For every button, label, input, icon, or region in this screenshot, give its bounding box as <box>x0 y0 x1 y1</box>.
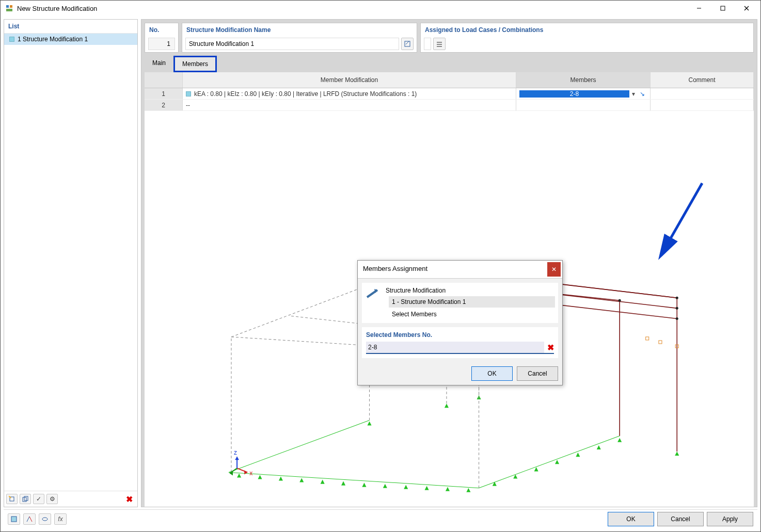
dialog-ok-button[interactable]: OK <box>471 366 513 381</box>
svg-marker-29 <box>466 488 470 492</box>
row-comment[interactable] <box>651 88 754 99</box>
cancel-button[interactable]: Cancel <box>657 512 704 526</box>
tree-item[interactable]: 1 - Structure Modification 1 <box>389 296 555 308</box>
svg-line-15 <box>229 472 479 488</box>
svg-marker-26 <box>404 485 408 489</box>
list-item[interactable]: 1 Structure Modification 1 <box>4 34 137 45</box>
svg-marker-38 <box>445 404 449 408</box>
copy-icon[interactable] <box>20 494 31 504</box>
svg-point-66 <box>676 307 678 310</box>
grid-header-modification: Member Modification <box>183 72 516 88</box>
svg-marker-40 <box>675 452 679 456</box>
svg-marker-34 <box>576 453 580 457</box>
row-num: 1 <box>145 88 183 99</box>
row-members-cell[interactable]: 2-8 ▾ ↘ <box>516 88 651 99</box>
row-modification-text: kEA : 0.80 | kEIz : 0.80 | kEIy : 0.80 |… <box>194 90 417 98</box>
svg-marker-24 <box>362 483 366 487</box>
modification-swatch-icon <box>186 91 191 96</box>
dialog-close-icon[interactable]: ✕ <box>547 262 561 277</box>
svg-marker-37 <box>368 421 372 425</box>
no-value: 1 <box>148 38 175 50</box>
grid-header-members: Members <box>516 72 651 88</box>
tree-select-members[interactable]: Select Members <box>389 309 555 320</box>
svg-point-87 <box>42 518 47 521</box>
svg-rect-84 <box>11 517 17 522</box>
pick-members-icon[interactable]: ↘ <box>638 90 647 98</box>
structure-icon <box>365 286 379 300</box>
tab-members[interactable]: Members <box>173 56 217 72</box>
list-toolbar: ✓ ⚙ ✖ <box>4 491 137 507</box>
assign-list-icon[interactable] <box>433 38 446 50</box>
axis-x-label: x <box>249 470 252 477</box>
name-input[interactable]: Structure Modification 1 <box>185 38 399 50</box>
svg-marker-33 <box>555 460 559 464</box>
minimize-button[interactable] <box>687 1 711 16</box>
svg-rect-13 <box>437 44 442 45</box>
table-row[interactable]: 1 kEA : 0.80 | kEIz : 0.80 | kEIy : 0.80… <box>145 88 754 100</box>
row-modification: kEA : 0.80 | kEIz : 0.80 | kEIy : 0.80 |… <box>183 88 516 99</box>
svg-line-8 <box>9 496 11 498</box>
grid-header-num <box>145 72 183 88</box>
check-icon[interactable]: ✓ <box>33 494 44 504</box>
name-label: Structure Modification Name <box>185 25 414 36</box>
list-swatch-icon <box>9 37 14 42</box>
svg-marker-79 <box>235 457 239 460</box>
svg-marker-27 <box>425 486 429 490</box>
svg-line-45 <box>231 285 370 337</box>
list-item-label: 1 Structure Modification 1 <box>18 36 88 43</box>
view-mode-3-icon[interactable] <box>39 513 51 525</box>
grid: Member Modification Members Comment 1 kE… <box>145 72 754 507</box>
close-button[interactable] <box>735 1 758 16</box>
svg-rect-72 <box>659 341 662 344</box>
svg-rect-2 <box>6 9 12 11</box>
clear-selection-icon[interactable]: ✖ <box>547 343 554 352</box>
app-icon <box>5 4 14 13</box>
svg-point-68 <box>619 299 621 302</box>
delete-icon[interactable]: ✖ <box>123 493 135 505</box>
svg-marker-19 <box>258 475 262 479</box>
ok-button[interactable]: OK <box>608 512 654 526</box>
function-icon[interactable]: fx <box>54 513 67 525</box>
svg-marker-21 <box>299 478 304 482</box>
new-icon[interactable] <box>6 494 18 504</box>
row-members-value: 2-8 <box>519 90 629 98</box>
list-header: List <box>4 20 137 34</box>
svg-marker-36 <box>617 438 622 442</box>
svg-line-85 <box>27 517 29 522</box>
edit-name-icon[interactable] <box>401 38 414 50</box>
tree-root[interactable]: Structure Modification <box>384 286 555 295</box>
svg-marker-75 <box>244 470 247 474</box>
svg-rect-71 <box>646 337 649 340</box>
titlebar: New Structure Modification <box>1 1 760 16</box>
assign-label: Assigned to Load Cases / Combinations <box>424 25 750 36</box>
table-row[interactable]: 2 -- <box>145 100 754 111</box>
right-panel: No. 1 Structure Modification Name Struct… <box>141 19 757 507</box>
svg-line-16 <box>479 436 620 488</box>
selected-members-input[interactable] <box>366 342 544 353</box>
no-label: No. <box>148 25 175 36</box>
row-members-cell[interactable] <box>516 100 651 110</box>
apply-button[interactable]: Apply <box>707 512 753 526</box>
tab-main[interactable]: Main <box>145 56 173 72</box>
row-comment[interactable] <box>651 100 754 110</box>
annotation-arrow <box>651 178 712 267</box>
svg-marker-25 <box>383 484 387 488</box>
view-mode-2-icon[interactable] <box>23 513 36 525</box>
tabs: Main Members <box>141 56 757 72</box>
view-mode-1-icon[interactable] <box>8 513 20 525</box>
svg-rect-11 <box>405 41 410 46</box>
grid-header-comment: Comment <box>651 72 754 88</box>
svg-rect-12 <box>437 42 442 43</box>
dialog-cancel-button[interactable]: Cancel <box>517 366 558 381</box>
svg-marker-28 <box>446 487 450 491</box>
svg-line-86 <box>29 517 32 522</box>
svg-marker-35 <box>597 445 601 449</box>
assign-input[interactable] <box>424 38 431 50</box>
chevron-down-icon[interactable]: ▾ <box>629 90 638 98</box>
svg-line-17 <box>229 420 370 472</box>
svg-line-81 <box>661 183 702 255</box>
maximize-button[interactable] <box>711 1 735 16</box>
settings-icon[interactable]: ⚙ <box>46 494 58 504</box>
svg-point-65 <box>676 317 678 320</box>
dialog-title: Members Assignment <box>358 261 547 278</box>
